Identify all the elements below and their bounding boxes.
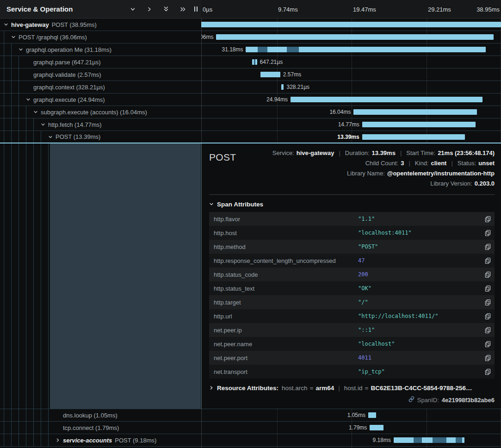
copy-icon[interactable] <box>481 299 491 306</box>
service-operation-header: Service & Operation <box>0 0 201 19</box>
meta-divider: | <box>451 160 452 167</box>
detail-span-title: POST <box>209 148 236 163</box>
indent-guide <box>26 422 33 434</box>
indent-guide <box>48 409 56 421</box>
expand-one-icon[interactable] <box>147 6 152 12</box>
span-bar[interactable] <box>201 22 501 27</box>
splitter-drag-handle[interactable] <box>194 6 198 12</box>
attribute-value: "localhost" <box>358 341 481 347</box>
resource-equals: = <box>310 385 314 392</box>
meta-label: Child Count: <box>365 160 399 167</box>
copy-icon[interactable] <box>481 257 491 264</box>
collapse-span-icon[interactable] <box>19 47 26 52</box>
span-bar[interactable] <box>362 134 465 140</box>
section-expand-icon[interactable] <box>209 385 214 392</box>
collapse-one-icon[interactable] <box>130 6 136 12</box>
copy-icon[interactable] <box>481 341 491 348</box>
waterfall-cell: 1.05ms <box>201 409 501 421</box>
collapse-span-icon[interactable] <box>4 22 11 27</box>
span-attributes-section-header[interactable]: Span Attributes <box>209 201 495 208</box>
span-bar[interactable] <box>353 109 477 115</box>
copy-icon[interactable] <box>481 271 491 278</box>
link-icon[interactable] <box>408 396 414 404</box>
span-bar[interactable] <box>216 34 494 40</box>
copy-icon[interactable] <box>481 285 491 292</box>
resource-key: host.id <box>344 385 363 392</box>
copy-icon[interactable] <box>481 368 491 375</box>
span-row[interactable]: graphql.context (328.21µs)328.21µs <box>0 81 501 93</box>
span-tree-cell: POST /graphql (36.06ms) <box>0 31 201 43</box>
collapse-span-icon[interactable] <box>48 135 56 139</box>
span-bar[interactable] <box>368 412 376 418</box>
span-bar[interactable] <box>260 72 280 77</box>
span-row[interactable]: hive-gatewayPOST (38.95ms)38.95ms <box>0 19 501 31</box>
span-bar[interactable] <box>252 59 257 65</box>
span-bar-segment <box>287 47 299 52</box>
indent-guide <box>33 131 41 143</box>
indent-guide <box>33 118 41 131</box>
attribute-row: http.response_content_length_uncompresse… <box>209 254 495 268</box>
span-row[interactable]: subgraph.execute (accounts) (16.04ms)16.… <box>0 106 501 118</box>
indent-guide <box>4 131 11 143</box>
span-row[interactable]: tcp.connect (1.79ms)1.79ms <box>0 422 501 434</box>
expand-span-icon[interactable] <box>56 438 63 442</box>
operation-name: subgraph.execute (accounts) (16.04ms) <box>41 109 147 116</box>
indent-guide <box>26 434 33 446</box>
span-row[interactable]: graphql.operation Me (31.18ms)31.18ms <box>0 44 501 56</box>
indent-guide <box>4 434 11 446</box>
span-row[interactable]: graphql.parse (647.21µs)647.21µs <box>0 56 501 68</box>
attribute-row: net.transport"ip_tcp" <box>209 365 495 379</box>
attribute-row: http.host"localhost:4011" <box>209 226 495 240</box>
collapse-span-icon[interactable] <box>33 110 41 114</box>
operation-name: graphql.validate (2.57ms) <box>33 71 101 78</box>
indent-guide <box>11 131 19 143</box>
expand-all-icon[interactable] <box>180 6 186 12</box>
attribute-value: "localhost:4011" <box>358 230 481 236</box>
copy-icon[interactable] <box>481 313 491 320</box>
copy-icon[interactable] <box>481 243 491 250</box>
collapse-span-icon[interactable] <box>11 35 19 39</box>
copy-icon[interactable] <box>481 230 491 236</box>
attribute-value: "http://localhost:4011/" <box>358 313 481 319</box>
span-row[interactable]: POST (13.39ms)13.39ms <box>0 131 501 143</box>
span-row[interactable]: POST /graphql (36.06ms)36.06ms <box>0 31 501 44</box>
span-bar[interactable] <box>394 437 464 443</box>
attribute-row: net.peer.port4011 <box>209 351 495 365</box>
meta-value: 0.203.0 <box>475 180 495 187</box>
copy-icon[interactable] <box>481 327 491 334</box>
span-bar[interactable] <box>281 84 284 90</box>
span-row[interactable]: service-accountsPOST (9.18ms)9.18ms <box>0 434 501 447</box>
indent-guide <box>19 434 26 446</box>
collapse-span-icon[interactable] <box>41 122 48 127</box>
collapse-all-icon[interactable] <box>163 6 169 12</box>
copy-icon[interactable] <box>481 355 491 361</box>
operation-name: POST (13.39ms) <box>56 133 100 140</box>
span-bar[interactable] <box>291 97 482 102</box>
attribute-value: "OK" <box>358 285 481 292</box>
indent-guide <box>41 434 48 446</box>
copy-icon[interactable] <box>481 216 491 223</box>
waterfall-cell: 14.77ms <box>201 118 501 131</box>
span-row[interactable]: graphql.execute (24.94ms)24.94ms <box>0 93 501 106</box>
attribute-key: net.peer.port <box>214 355 358 361</box>
span-rows-bottom: dns.lookup (1.05ms)1.05mstcp.connect (1.… <box>0 409 501 447</box>
attribute-value: 47 <box>358 257 481 264</box>
indent-guide <box>11 56 19 68</box>
span-bar[interactable] <box>246 47 486 52</box>
indent-guide <box>19 422 26 434</box>
operation-name: graphql.execute (24.94ms) <box>33 96 105 103</box>
attribute-value: 4011 <box>358 355 481 361</box>
span-bar[interactable] <box>370 425 383 430</box>
section-collapse-icon[interactable] <box>209 201 214 208</box>
span-row[interactable]: graphql.validate (2.57ms)2.57ms <box>0 68 501 81</box>
indent-guide <box>4 118 11 131</box>
span-duration-label: 31.18ms <box>222 46 243 53</box>
indent-guide <box>11 434 19 446</box>
collapse-span-icon[interactable] <box>26 97 33 102</box>
span-row[interactable]: http.fetch (14.77ms)14.77ms <box>0 118 501 131</box>
span-row[interactable]: dns.lookup (1.05ms)1.05ms <box>0 409 501 422</box>
attribute-value: "/" <box>358 299 481 305</box>
resource-attributes-row[interactable]: Resource Attributes: host.arch=arm64|hos… <box>209 385 495 392</box>
meta-value: @opentelemetry/instrumentation-http <box>387 170 495 177</box>
span-bar[interactable] <box>362 122 476 127</box>
